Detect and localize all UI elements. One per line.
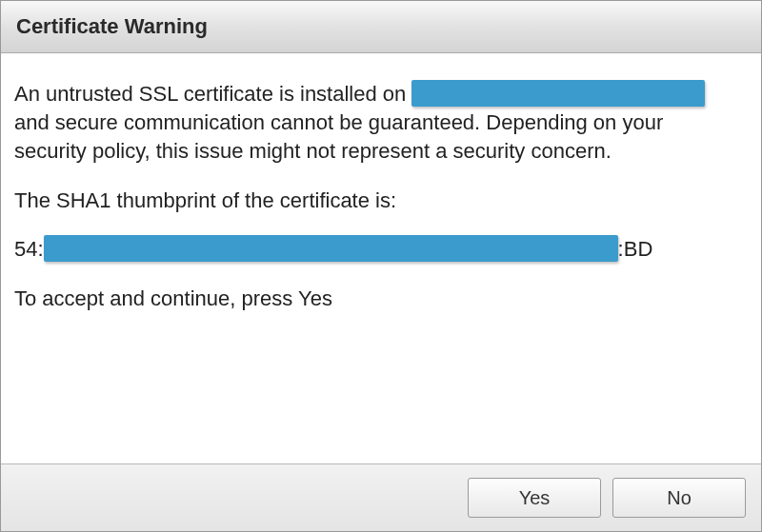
thumbprint-intro: The SHA1 thumbprint of the certificate i… — [14, 187, 748, 215]
certificate-warning-dialog: Certificate Warning An untrusted SSL cer… — [0, 0, 762, 532]
dialog-content: An untrusted SSL certificate is installe… — [1, 53, 761, 463]
thumbprint-prefix: 54: — [14, 237, 44, 261]
redacted-thumbprint — [44, 235, 618, 262]
redacted-hostname — [411, 80, 705, 107]
warning-paragraph: An untrusted SSL certificate is installe… — [14, 80, 748, 166]
no-button[interactable]: No — [612, 478, 746, 518]
accept-instruction: To accept and continue, press Yes — [14, 285, 748, 313]
warning-text-prefix: An untrusted SSL certificate is installe… — [14, 82, 411, 106]
warning-text-line2: and secure communication cannot be guara… — [14, 110, 663, 134]
button-bar: Yes No — [1, 463, 761, 531]
thumbprint-suffix: :BD — [618, 237, 653, 261]
thumbprint-value: 54::BD — [14, 235, 748, 264]
dialog-title: Certificate Warning — [16, 14, 208, 38]
yes-button[interactable]: Yes — [468, 478, 601, 518]
titlebar: Certificate Warning — [1, 1, 761, 53]
warning-text-line3: security policy, this issue might not re… — [14, 139, 612, 163]
